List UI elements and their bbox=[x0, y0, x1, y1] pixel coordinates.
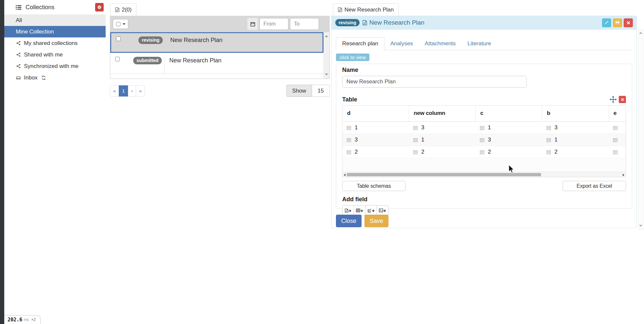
table-cell[interactable] bbox=[609, 134, 626, 146]
document-title: New Research Plan bbox=[165, 36, 322, 52]
pagination-button[interactable]: « bbox=[110, 85, 119, 97]
document-list-item[interactable]: revising New Research Plan bbox=[110, 32, 323, 53]
tab-analyses[interactable]: Analyses bbox=[384, 37, 419, 50]
select-all-dropdown-button[interactable] bbox=[113, 19, 128, 29]
add-image-field-button[interactable]: + bbox=[377, 205, 388, 216]
sidebar-item-synchronized-with-me[interactable]: Synchronized with me bbox=[4, 60, 106, 72]
page-size-button[interactable]: 15 bbox=[312, 85, 330, 97]
pagination-button[interactable]: » bbox=[136, 85, 145, 97]
tab-research-plan[interactable]: Research plan bbox=[336, 37, 384, 50]
drag-handle-icon[interactable] bbox=[413, 150, 418, 154]
scroll-up-arrow-icon[interactable] bbox=[325, 35, 328, 37]
table-cell[interactable]: 2 bbox=[409, 146, 476, 158]
drag-handle-icon[interactable] bbox=[613, 126, 617, 130]
add-table-field-button[interactable]: + bbox=[354, 205, 365, 216]
page-size-group: Show 15 bbox=[286, 85, 330, 97]
table-cell[interactable]: 1 bbox=[343, 122, 409, 134]
detail-title: New Research Plan bbox=[369, 19, 425, 26]
row-checkbox[interactable] bbox=[116, 36, 121, 41]
date-to-input[interactable] bbox=[290, 18, 319, 30]
table-cell-value: 1 bbox=[355, 124, 358, 131]
close-panel-button[interactable] bbox=[624, 18, 633, 27]
table-cell-value: 3 bbox=[421, 124, 424, 131]
add-text-field-button[interactable]: + bbox=[342, 205, 354, 216]
click-to-view-badge[interactable]: click to view bbox=[336, 54, 369, 61]
profiler-chip[interactable]: 202.6 ms ×2 bbox=[4, 315, 41, 324]
collections-settings-button[interactable] bbox=[95, 3, 104, 11]
add-sketch-field-button[interactable]: + bbox=[365, 205, 377, 216]
table-schemas-button[interactable]: Table schemas bbox=[342, 181, 405, 191]
inbox-icon bbox=[16, 76, 21, 80]
pagination-current-page[interactable]: 1 bbox=[119, 85, 128, 97]
detail-tab[interactable]: New Research Plan bbox=[333, 3, 399, 16]
scroll-down-arrow-icon[interactable] bbox=[639, 225, 642, 227]
table-cell[interactable] bbox=[609, 122, 626, 134]
table-cell[interactable]: 1 bbox=[476, 122, 542, 134]
document-list-item[interactable]: submitted New Research Plan bbox=[110, 53, 323, 74]
table-cell[interactable]: 3 bbox=[542, 122, 609, 134]
show-label-button[interactable]: Show bbox=[286, 85, 312, 97]
table-cell-value: 1 bbox=[488, 124, 491, 131]
table-cell[interactable]: 2 bbox=[343, 146, 409, 158]
profiler-time: 202.6 bbox=[8, 317, 22, 323]
sidebar-item-inbox[interactable]: Inbox bbox=[4, 72, 106, 83]
move-icon[interactable] bbox=[610, 96, 617, 103]
scroll-right-arrow-icon[interactable] bbox=[623, 174, 624, 176]
documents-list-scrollbar[interactable] bbox=[323, 32, 329, 78]
drag-handle-icon[interactable] bbox=[546, 126, 551, 130]
pencil-square-plus-icon bbox=[367, 208, 372, 213]
expand-button[interactable] bbox=[602, 18, 611, 27]
table-horizontal-scrollbar[interactable] bbox=[343, 172, 626, 177]
drag-handle-icon[interactable] bbox=[613, 138, 617, 142]
detail-panel: New Research Plan revising New Research … bbox=[331, 0, 637, 228]
documents-tab[interactable]: 2(0) bbox=[110, 3, 136, 16]
document-icon bbox=[115, 7, 119, 12]
table-cell[interactable] bbox=[609, 146, 626, 158]
table-cell[interactable]: 2 bbox=[476, 146, 542, 158]
name-input[interactable] bbox=[342, 76, 527, 88]
close-button[interactable]: Close bbox=[336, 215, 362, 227]
save-button[interactable]: Save bbox=[364, 215, 388, 227]
pagination-button[interactable]: › bbox=[128, 85, 136, 97]
date-filter-calendar-button[interactable] bbox=[247, 18, 258, 30]
scroll-down-arrow-icon[interactable] bbox=[325, 74, 328, 76]
drag-handle-icon[interactable] bbox=[413, 126, 418, 130]
select-all-checkbox[interactable] bbox=[116, 22, 120, 26]
save-header-button[interactable] bbox=[613, 18, 622, 27]
drag-handle-icon[interactable] bbox=[346, 138, 351, 142]
tab-literature[interactable]: Literature bbox=[462, 37, 497, 50]
scroll-up-arrow-icon[interactable] bbox=[639, 32, 642, 34]
table-cell[interactable]: 1 bbox=[409, 134, 476, 146]
refresh-icon[interactable] bbox=[41, 76, 46, 80]
table-cell[interactable]: 2 bbox=[542, 146, 609, 158]
remove-table-field-button[interactable] bbox=[619, 96, 626, 103]
drag-handle-icon[interactable] bbox=[546, 150, 551, 154]
image-plus-icon bbox=[379, 208, 383, 212]
drag-handle-icon[interactable] bbox=[413, 138, 418, 142]
detail-body: Research planAnalysesAttachmentsLiteratu… bbox=[332, 37, 636, 227]
row-checkbox[interactable] bbox=[115, 57, 120, 61]
drag-handle-icon[interactable] bbox=[480, 126, 484, 130]
drag-handle-icon[interactable] bbox=[613, 150, 617, 154]
export-as-excel-button[interactable]: Export as Excel bbox=[563, 181, 626, 191]
table-cell[interactable]: 1 bbox=[542, 134, 609, 146]
drag-handle-icon[interactable] bbox=[546, 138, 551, 142]
table-cell-value: 3 bbox=[554, 124, 557, 131]
tab-attachments[interactable]: Attachments bbox=[419, 37, 462, 50]
sidebar-item-shared-with-me[interactable]: Shared with me bbox=[4, 49, 106, 60]
drag-handle-icon[interactable] bbox=[346, 126, 351, 130]
scrollbar-thumb[interactable] bbox=[347, 173, 541, 176]
drag-handle-icon[interactable] bbox=[346, 150, 351, 154]
sidebar-item-all[interactable]: All bbox=[4, 14, 106, 26]
table-cell[interactable]: 3 bbox=[476, 134, 542, 146]
scroll-left-arrow-icon[interactable] bbox=[344, 174, 345, 176]
plus-icon: + bbox=[361, 208, 364, 213]
date-from-input[interactable] bbox=[260, 18, 288, 30]
drag-handle-icon[interactable] bbox=[480, 138, 484, 142]
sidebar-item-my-shared-collections[interactable]: My shared collections bbox=[4, 37, 106, 49]
sidebar-item-mine-collection[interactable]: Mine Collection bbox=[4, 26, 106, 37]
drag-handle-icon[interactable] bbox=[480, 150, 484, 154]
detail-panel-scrollbar[interactable] bbox=[638, 29, 643, 230]
table-cell[interactable]: 3 bbox=[343, 134, 409, 146]
table-cell[interactable]: 3 bbox=[409, 122, 476, 134]
